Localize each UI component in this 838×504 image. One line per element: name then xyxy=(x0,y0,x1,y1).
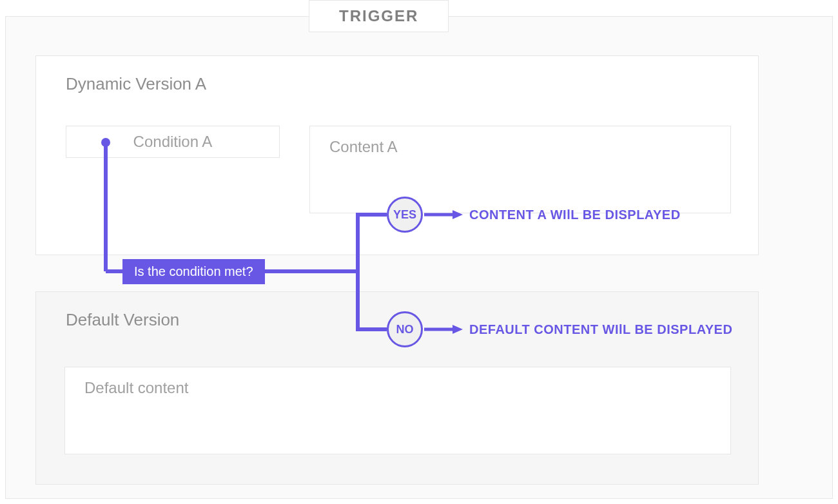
dynamic-version-title: Dynamic Version A xyxy=(66,74,206,94)
yes-result-text: CONTENT A WIlL BE DISPLAYED xyxy=(469,208,681,222)
diagram-container: TRIGGER Dynamic Version A Condition A Co… xyxy=(5,16,833,499)
condition-box: Condition A xyxy=(66,126,280,158)
no-result-text: DEFAULT CONTENT WIlL BE DISPLAYED xyxy=(469,322,732,337)
default-content-box: Default content xyxy=(64,367,731,454)
condition-label: Condition A xyxy=(133,133,213,151)
no-node: NO xyxy=(387,311,423,347)
trigger-label: TRIGGER xyxy=(309,0,449,32)
content-a-box: Content A xyxy=(309,126,731,213)
default-version-title: Default Version xyxy=(66,310,179,330)
decision-question: Is the condition met? xyxy=(122,259,265,284)
no-label: NO xyxy=(396,323,414,336)
default-content-label: Default content xyxy=(84,379,188,396)
yes-node: YES xyxy=(387,197,423,233)
yes-label: YES xyxy=(393,208,416,222)
content-a-label: Content A xyxy=(329,138,397,155)
